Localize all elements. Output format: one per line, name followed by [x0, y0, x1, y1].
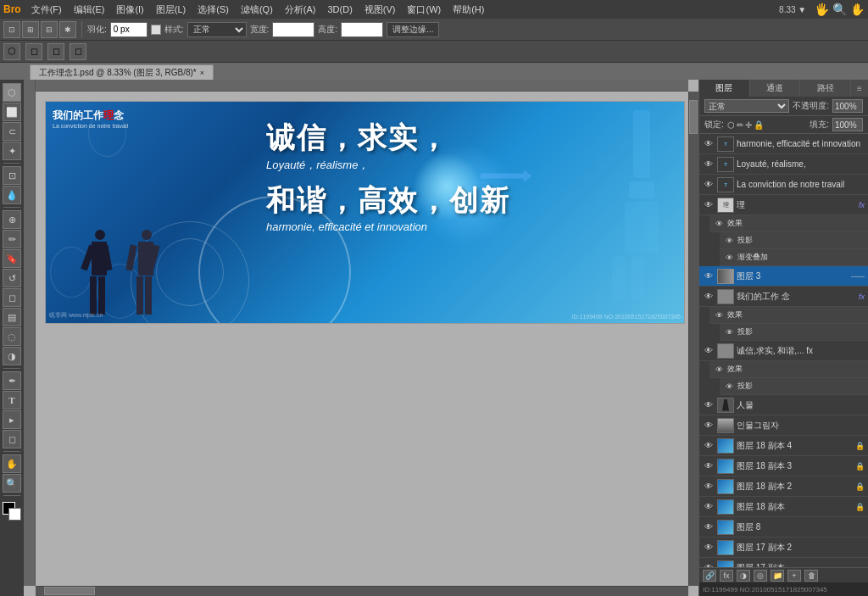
layer-subitem[interactable]: 👁 渐变叠加	[720, 249, 868, 266]
blur-tool[interactable]: ◌	[3, 327, 21, 346]
menu-item-3d[interactable]: 3D(D)	[322, 3, 357, 15]
menu-item-view[interactable]: 视图(V)	[359, 3, 401, 17]
tool-icon2[interactable]: ◻	[25, 43, 42, 60]
tool-icon[interactable]: ⬡	[3, 43, 20, 60]
layer-style-btn[interactable]: fx	[720, 570, 733, 582]
eyedropper-tool[interactable]: 💧	[3, 186, 21, 204]
layer-eye-icon[interactable]: 👁	[703, 346, 715, 355]
layer-new-btn[interactable]: +	[787, 570, 801, 582]
fill-input[interactable]	[832, 118, 863, 131]
layer-eye-icon[interactable]: 👁	[723, 253, 735, 262]
tool-btn-3[interactable]: ⊟	[41, 21, 58, 38]
layer-subitem[interactable]: 👁 投影	[720, 324, 868, 341]
layer-item[interactable]: 👁 理 理 fx	[699, 195, 868, 215]
layer-eye-icon[interactable]: 👁	[723, 237, 735, 245]
layer-subitem[interactable]: 👁 效果	[709, 361, 868, 378]
layer-eye-icon[interactable]: 👁	[703, 543, 715, 552]
lock-transparent-icon[interactable]: ⬡	[727, 120, 735, 130]
layer-eye-icon[interactable]: 👁	[703, 421, 715, 430]
crop-tool[interactable]: ⊡	[3, 166, 21, 185]
opacity-input[interactable]	[832, 99, 863, 113]
tab-channels[interactable]: 通道	[750, 80, 801, 97]
history-brush-tool[interactable]: ↺	[3, 269, 21, 287]
layer-delete-btn[interactable]: 🗑	[804, 570, 818, 582]
zoom-tool[interactable]: 🔍	[3, 474, 21, 493]
layer-item[interactable]: 👁 인물그림자	[699, 415, 868, 436]
layer-eye-icon[interactable]: 👁	[703, 200, 715, 209]
lock-position-icon[interactable]: ✛	[745, 120, 752, 130]
background-color[interactable]	[8, 508, 21, 521]
color-swatch[interactable]	[3, 502, 21, 521]
layer-item-selected[interactable]: 👁 图层 3 ——	[699, 266, 868, 287]
layer-item[interactable]: 👁 图层 18 副本 4 🔒	[699, 436, 868, 456]
v-scroll-thumb[interactable]	[689, 100, 698, 134]
dodge-tool[interactable]: ◑	[3, 347, 21, 365]
style-select[interactable]: 正常	[187, 22, 247, 37]
pen-tool[interactable]: ✒	[3, 371, 21, 390]
layer-eye-icon[interactable]: 👁	[703, 292, 715, 301]
blend-mode-select[interactable]: 正常	[704, 99, 789, 113]
lasso-tool[interactable]: ⊂	[3, 122, 21, 141]
layer-item[interactable]: 👁 T La conviction de notre travail	[699, 175, 868, 195]
layer-eye-icon[interactable]: 👁	[703, 482, 715, 491]
layer-item[interactable]: 👁 图层 17 副本 2	[699, 538, 868, 558]
eraser-tool[interactable]: ◻	[3, 288, 21, 307]
layer-adjustment-btn[interactable]: ◎	[754, 570, 767, 582]
menu-item-window[interactable]: 窗口(W)	[402, 3, 446, 17]
layer-eye-icon[interactable]: 👁	[713, 365, 725, 374]
layer-subitem[interactable]: 👁 投影	[720, 378, 868, 395]
layer-subitem[interactable]: 👁 效果	[709, 215, 868, 232]
tool-icon4[interactable]: ◻	[70, 43, 86, 60]
magic-wand-tool[interactable]: ✦	[3, 142, 21, 160]
lock-all-icon[interactable]: 🔒	[754, 120, 764, 130]
marquee-tool[interactable]: ⬜	[3, 103, 21, 121]
gradient-tool[interactable]: ▤	[3, 308, 21, 326]
layer-item[interactable]: 👁 图层 17 副本	[699, 558, 868, 567]
heal-tool[interactable]: ⊕	[3, 210, 21, 229]
tool-btn-2[interactable]: ⊞	[22, 21, 39, 38]
menu-item-layer[interactable]: 图层(L)	[151, 3, 191, 17]
menu-item-file[interactable]: 文件(F)	[26, 3, 67, 17]
menu-item-filter[interactable]: 滤镜(Q)	[236, 3, 278, 17]
menu-item-edit[interactable]: 编辑(E)	[69, 3, 110, 17]
layer-eye-icon[interactable]: 👁	[703, 441, 715, 450]
horizontal-scrollbar[interactable]	[36, 586, 688, 596]
shape-tool[interactable]: ◻	[3, 430, 21, 448]
layer-item[interactable]: 👁 图层 18 副本 🔒	[699, 497, 868, 517]
menu-item-select[interactable]: 选择(S)	[192, 3, 234, 17]
hand-tool[interactable]: ✋	[3, 454, 21, 473]
layer-subitem[interactable]: 👁 投影	[720, 232, 868, 249]
layer-item[interactable]: 👁 图层 18 副本 3 🔒	[699, 456, 868, 476]
panel-menu-btn[interactable]: ≡	[851, 80, 868, 97]
anti-alias-check[interactable]	[151, 25, 161, 35]
layer-eye-icon[interactable]: 👁	[703, 502, 715, 511]
tab-paths[interactable]: 路径	[800, 80, 851, 97]
tool-icon3[interactable]: ◻	[47, 43, 64, 60]
layer-eye-icon[interactable]: 👁	[703, 180, 715, 189]
layer-eye-icon[interactable]: 👁	[703, 461, 715, 471]
layer-item[interactable]: 👁 T harmonie, efficacité et innovation	[699, 134, 868, 154]
layer-item[interactable]: 👁 图层 18 副本 2 🔒	[699, 476, 868, 497]
move-tool[interactable]: ⬡	[3, 83, 21, 102]
menu-item-analyze[interactable]: 分析(A)	[280, 3, 321, 17]
path-select-tool[interactable]: ▸	[3, 410, 21, 429]
layer-item[interactable]: 👁 人물	[699, 395, 868, 415]
layer-item[interactable]: 👁 图层 8	[699, 517, 868, 538]
tool-btn-4[interactable]: ✱	[59, 21, 76, 38]
tool-btn-1[interactable]: ⊡	[3, 21, 20, 38]
layer-eye-icon[interactable]: 👁	[723, 328, 735, 337]
layer-eye-icon[interactable]: 👁	[703, 563, 715, 567]
layer-link-btn[interactable]: 🔗	[703, 570, 716, 582]
layer-item[interactable]: 👁 我们的工作 念 fx	[699, 287, 868, 307]
layer-eye-icon[interactable]: 👁	[703, 271, 715, 281]
layer-eye-icon[interactable]: 👁	[703, 139, 715, 148]
menu-item-help[interactable]: 帮助(H)	[448, 3, 489, 17]
layer-eye-icon[interactable]: 👁	[723, 382, 735, 391]
layer-group-btn[interactable]: 📁	[771, 570, 784, 582]
tab-close-btn[interactable]: ×	[200, 69, 204, 77]
layer-mask-btn[interactable]: ◑	[737, 570, 750, 582]
layer-eye-icon[interactable]: 👁	[713, 311, 725, 320]
h-scroll-thumb[interactable]	[44, 587, 95, 595]
layer-eye-icon[interactable]: 👁	[713, 220, 725, 228]
tab-layers[interactable]: 图层	[699, 80, 750, 97]
